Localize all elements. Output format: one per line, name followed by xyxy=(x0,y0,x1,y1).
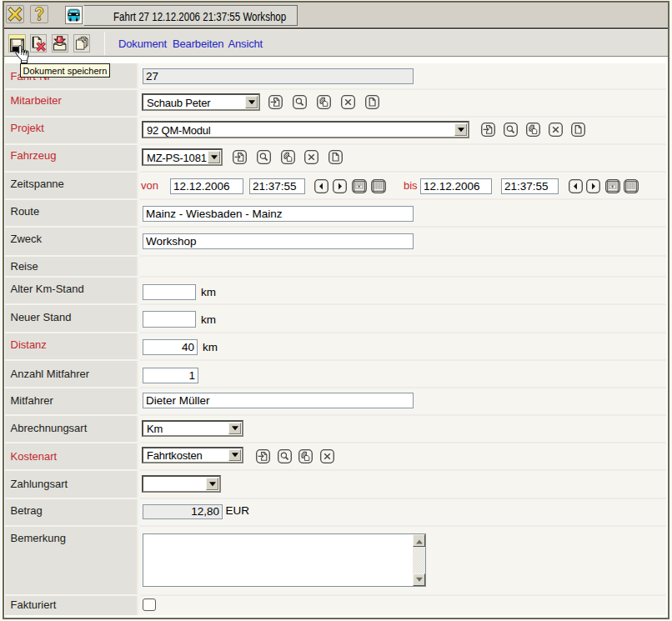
fahrt-nr-field: 27 xyxy=(143,68,414,84)
menu-ansicht[interactable]: Ansicht xyxy=(228,38,263,50)
prev-day-icon[interactable] xyxy=(314,179,328,193)
import-document-button[interactable] xyxy=(52,34,68,53)
scroll-down-icon[interactable] xyxy=(413,573,425,586)
projekt-dropdown[interactable]: 92 QM-Modul xyxy=(142,121,469,138)
copy-icon[interactable] xyxy=(317,95,331,109)
row-separator xyxy=(5,226,666,228)
fahrzeug-value: MZ-PS-1081 xyxy=(147,151,207,163)
label-betrag: Betrag xyxy=(11,504,43,517)
anzahl-mitfahrer-value: 1 xyxy=(188,369,195,382)
row-separator xyxy=(5,469,666,471)
delete-document-icon xyxy=(31,35,46,52)
betrag-field: 12,80 xyxy=(143,504,223,519)
neuer-stand-field[interactable] xyxy=(143,311,196,328)
mitarbeiter-dropdown[interactable]: Schaub Peter xyxy=(142,93,260,111)
label-anzahl-mitfahrer: Anzahl Mitfahrer xyxy=(11,368,90,380)
close-button[interactable] xyxy=(6,5,24,23)
goto-icon[interactable] xyxy=(256,449,270,463)
toolbar xyxy=(4,29,669,56)
alter-km-stand-field[interactable] xyxy=(143,284,196,301)
goto-icon[interactable] xyxy=(268,95,283,109)
row-separator xyxy=(5,143,666,145)
dropdown-arrow-icon[interactable] xyxy=(228,449,241,461)
search-icon[interactable] xyxy=(504,123,518,137)
mitarbeiter-value: Schaub Peter xyxy=(147,96,210,108)
von-time-value: 21:37:55 xyxy=(253,180,297,193)
betrag-value: 12,80 xyxy=(191,505,219,518)
copy-icon[interactable] xyxy=(298,449,313,463)
route-value: Mainz - Wiesbaden - Mainz xyxy=(146,208,283,220)
scroll-up-icon[interactable] xyxy=(413,534,425,547)
kostenart-value: Fahrtkosten xyxy=(147,449,202,462)
calendar-icon[interactable] xyxy=(605,179,620,193)
dropdown-arrow-icon[interactable] xyxy=(245,96,258,108)
document-title-box: Fahrt 27 12.12.2006 21:37:55 Workshop xyxy=(83,5,298,26)
abrechnungsart-dropdown[interactable]: Km xyxy=(142,420,243,437)
next-day-icon[interactable] xyxy=(586,179,600,193)
dropdown-arrow-icon[interactable] xyxy=(208,151,220,163)
new-document-icon[interactable] xyxy=(328,150,343,164)
label-abrechnungsart: Abrechnungsart xyxy=(11,422,88,434)
row-separator xyxy=(5,414,666,416)
document-title: Fahrt 27 12.12.2006 21:37:55 Workshop xyxy=(113,9,286,23)
row-separator xyxy=(5,276,666,278)
fahrzeug-dropdown[interactable]: MZ-PS-1081 xyxy=(142,148,223,166)
next-day-icon[interactable] xyxy=(333,179,347,193)
copy-icon[interactable] xyxy=(526,123,540,137)
mitfahrer-field[interactable]: Dieter Müller xyxy=(143,393,414,408)
copy-icon[interactable] xyxy=(281,150,295,164)
label-neuer-stand: Neuer Stand xyxy=(11,311,72,323)
dropdown-arrow-icon[interactable] xyxy=(228,423,241,434)
clear-icon[interactable] xyxy=(341,95,355,109)
close-x-icon xyxy=(7,6,23,23)
help-button[interactable] xyxy=(30,5,48,23)
dropdown-arrow-icon[interactable] xyxy=(454,123,467,136)
goto-icon[interactable] xyxy=(481,123,495,137)
new-document-icon[interactable] xyxy=(571,123,585,137)
von-time-field[interactable]: 21:37:55 xyxy=(249,178,305,194)
zweck-field[interactable]: Workshop xyxy=(143,233,414,249)
bemerkung-scrollbar[interactable] xyxy=(413,534,425,586)
kostenart-dropdown[interactable]: Fahrtkosten xyxy=(142,447,243,463)
label-reise: Reise xyxy=(11,260,38,273)
search-icon[interactable] xyxy=(257,150,271,164)
row-separator xyxy=(5,525,666,527)
search-icon[interactable] xyxy=(293,95,307,109)
label-fakturiert: Fakturiert xyxy=(11,598,57,611)
menu-bearbeiten[interactable]: Bearbeiten xyxy=(173,38,223,50)
goto-icon[interactable] xyxy=(233,150,247,164)
clear-icon[interactable] xyxy=(304,150,318,164)
hand-cursor-icon xyxy=(15,45,31,64)
calendar-icon[interactable] xyxy=(352,179,367,193)
dropdown-arrow-icon[interactable] xyxy=(206,478,218,490)
delete-document-button[interactable] xyxy=(30,34,47,53)
bis-date-field[interactable]: 12.12.2006 xyxy=(420,178,492,194)
zahlungsart-dropdown[interactable] xyxy=(142,475,221,493)
projekt-value: 92 QM-Modul xyxy=(147,123,211,136)
calendar-icon[interactable] xyxy=(371,179,386,193)
label-zeitspanne: Zeitspanne xyxy=(11,178,64,190)
distanz-field[interactable]: 40 xyxy=(143,339,198,356)
new-document-icon[interactable] xyxy=(365,95,379,109)
copy-documents-button[interactable] xyxy=(73,34,90,53)
search-icon[interactable] xyxy=(278,449,292,463)
calendar-icon[interactable] xyxy=(624,179,639,193)
bis-time-field[interactable]: 21:37:55 xyxy=(501,178,559,194)
prev-day-icon[interactable] xyxy=(569,179,583,193)
von-date-value: 12.12.2006 xyxy=(173,180,230,193)
row-separator xyxy=(5,387,666,388)
zweck-value: Workshop xyxy=(146,235,197,248)
von-date-field[interactable]: 12.12.2006 xyxy=(170,178,243,194)
anzahl-mitfahrer-field[interactable]: 1 xyxy=(143,368,198,383)
clear-icon[interactable] xyxy=(549,123,563,137)
bemerkung-textarea[interactable] xyxy=(143,533,426,587)
mitfahrer-value: Dieter Müller xyxy=(146,394,210,407)
bis-date-value: 12.12.2006 xyxy=(424,180,480,193)
clear-icon[interactable] xyxy=(320,449,334,463)
menu-dokument[interactable]: Dokument xyxy=(118,38,167,50)
route-field[interactable]: Mainz - Wiesbaden - Mainz xyxy=(143,206,414,222)
fakturiert-checkbox[interactable] xyxy=(143,598,156,611)
fahrt-nr-value: 27 xyxy=(146,70,158,83)
label-mitfahrer: Mitfahrer xyxy=(11,394,53,407)
help-icon xyxy=(31,6,48,23)
